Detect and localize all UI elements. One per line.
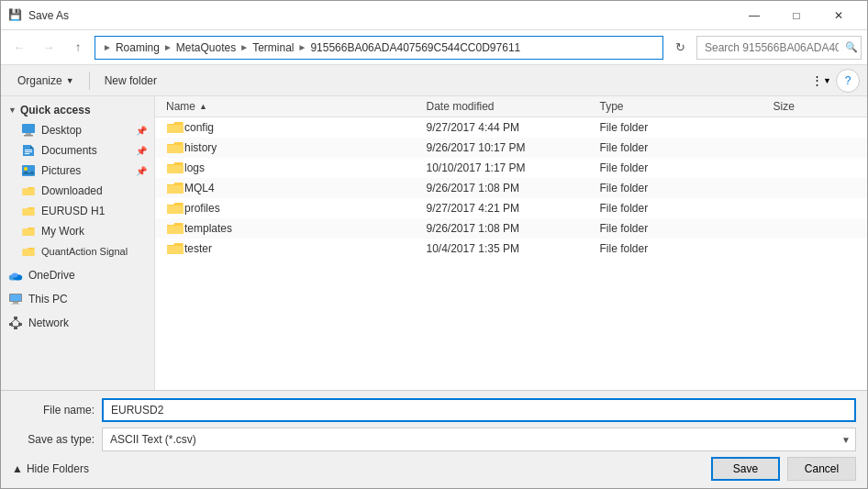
svg-point-7 <box>24 167 28 171</box>
file-name-cell: templates <box>162 221 427 236</box>
thispc-section: This PC <box>1 289 154 309</box>
search-input[interactable] <box>696 36 862 60</box>
cancel-button[interactable]: Cancel <box>787 457 856 481</box>
save-button[interactable]: Save <box>711 457 780 481</box>
svg-line-21 <box>11 326 16 327</box>
quick-access-section: ▼ Quick access Desktop 📌 Document <box>1 100 154 261</box>
folder-icon <box>166 120 184 135</box>
svg-rect-16 <box>9 323 13 326</box>
hide-folders-icon: ▲ <box>12 462 23 475</box>
file-date: 9/26/2017 1:08 PM <box>427 222 600 235</box>
sidebar-item-documents[interactable]: Documents 📌 <box>1 140 154 161</box>
svg-rect-14 <box>11 304 20 305</box>
thispc-label: This PC <box>28 293 68 306</box>
savetype-select[interactable]: ASCII Text (*.csv) <box>102 428 856 451</box>
column-header-date[interactable]: Date modified <box>427 100 600 113</box>
view-button[interactable]: ⋮ ▼ <box>808 69 834 93</box>
sidebar: ▼ Quick access Desktop 📌 Document <box>1 96 155 390</box>
pictures-pin: 📌 <box>136 166 147 176</box>
sidebar-item-downloaded[interactable]: Downloaded <box>1 181 154 201</box>
sidebar-item-pictures[interactable]: Pictures 📌 <box>1 161 154 181</box>
file-list-header: Name ▲ Date modified Type Size <box>155 96 867 117</box>
new-folder-label: New folder <box>105 74 157 87</box>
sidebar-item-quantaction[interactable]: QuantAction Signal <box>1 241 154 261</box>
organize-label: Organize <box>17 74 62 87</box>
savetype-row: Save as type: ASCII Text (*.csv) ▼ <box>12 428 856 451</box>
file-date: 9/26/2017 1:08 PM <box>427 182 600 194</box>
pictures-icon <box>21 163 36 178</box>
table-row[interactable]: profiles 9/27/2017 4:21 PM File folder <box>155 198 867 218</box>
filename-input[interactable] <box>102 398 856 422</box>
file-name: logs <box>184 161 205 174</box>
svg-rect-3 <box>25 150 32 150</box>
address-path[interactable]: ► Roaming ► MetaQuotes ► Terminal ► 9155… <box>95 36 663 60</box>
svg-point-10 <box>12 273 17 278</box>
column-header-name[interactable]: Name ▲ <box>162 100 427 113</box>
quick-access-header[interactable]: ▼ Quick access <box>1 100 154 120</box>
search-container: 🔍 <box>696 36 862 60</box>
file-date: 10/10/2017 1:17 PM <box>427 161 600 174</box>
path-folder-id: 915566BA06ADA407569C544CC0D97611 <box>310 41 520 54</box>
svg-rect-2 <box>24 135 33 137</box>
sidebar-item-network[interactable]: Network <box>1 313 154 333</box>
path-start-arrow: ► <box>103 42 112 52</box>
search-icon: 🔍 <box>845 41 858 53</box>
path-metaquotes: MetaQuotes <box>176 41 236 54</box>
file-name-cell: MQL4 <box>162 181 427 195</box>
eurusd-label: EURUSD H1 <box>41 205 105 217</box>
folder-icon <box>166 181 184 195</box>
svg-rect-1 <box>26 133 31 135</box>
sidebar-item-thispc[interactable]: This PC <box>1 289 154 309</box>
sidebar-item-desktop[interactable]: Desktop 📌 <box>1 120 154 140</box>
sidebar-item-mywork[interactable]: My Work <box>1 221 154 241</box>
network-icon <box>8 316 23 330</box>
table-row[interactable]: templates 9/26/2017 1:08 PM File folder <box>155 218 867 239</box>
file-name: profiles <box>184 202 220 215</box>
filename-label: File name: <box>12 404 95 417</box>
maximize-button[interactable]: □ <box>775 1 818 30</box>
file-type: File folder <box>600 121 773 134</box>
column-header-size[interactable]: Size <box>773 100 861 113</box>
desktop-label: Desktop <box>41 124 82 137</box>
folder-icon <box>166 241 184 256</box>
desktop-pin: 📌 <box>136 126 147 136</box>
table-row[interactable]: tester 10/4/2017 1:35 PM File folder <box>155 239 867 259</box>
organize-button[interactable]: Organize ▼ <box>8 69 83 93</box>
file-name: config <box>184 121 214 134</box>
svg-rect-5 <box>25 153 29 154</box>
file-type: File folder <box>600 242 773 255</box>
table-row[interactable]: config 9/27/2017 4:44 PM File folder <box>155 117 867 138</box>
table-row[interactable]: history 9/26/2017 10:17 PM File folder <box>155 138 867 158</box>
network-label: Network <box>28 317 69 329</box>
thispc-icon <box>8 292 23 306</box>
path-roaming: Roaming <box>116 41 160 54</box>
forward-button[interactable]: → <box>36 36 61 60</box>
minimize-button[interactable]: — <box>733 1 775 30</box>
file-type: File folder <box>600 202 773 215</box>
path-terminal: Terminal <box>252 41 294 54</box>
action-row: ▲ Hide Folders Save Cancel <box>12 457 856 481</box>
back-button[interactable]: ← <box>6 36 32 60</box>
column-header-type[interactable]: Type <box>600 100 773 113</box>
sidebar-item-onedrive[interactable]: OneDrive <box>1 265 154 285</box>
network-section: Network <box>1 313 154 333</box>
new-folder-button[interactable]: New folder <box>95 69 166 93</box>
folder-icon <box>166 221 184 236</box>
table-row[interactable]: logs 10/10/2017 1:17 PM File folder <box>155 158 867 178</box>
quantaction-label: QuantAction Signal <box>41 246 128 257</box>
filename-row: File name: <box>12 398 856 422</box>
refresh-button[interactable]: ↻ <box>667 36 693 60</box>
file-name-cell: tester <box>162 241 427 256</box>
svg-rect-15 <box>14 317 17 319</box>
sidebar-item-eurusd[interactable]: EURUSD H1 <box>1 201 154 221</box>
up-button[interactable]: ↑ <box>65 36 91 60</box>
close-button[interactable]: ✕ <box>818 1 860 30</box>
onedrive-label: OneDrive <box>28 269 75 282</box>
help-icon: ? <box>845 74 851 87</box>
address-bar: ← → ↑ ► Roaming ► MetaQuotes ► Terminal … <box>1 30 867 65</box>
help-button[interactable]: ? <box>836 69 860 93</box>
file-list: Name ▲ Date modified Type Size config 9/… <box>155 96 867 390</box>
table-row[interactable]: MQL4 9/26/2017 1:08 PM File folder <box>155 178 867 198</box>
hide-folders-button[interactable]: ▲ Hide Folders <box>12 462 89 475</box>
toolbar-separator <box>89 72 90 90</box>
